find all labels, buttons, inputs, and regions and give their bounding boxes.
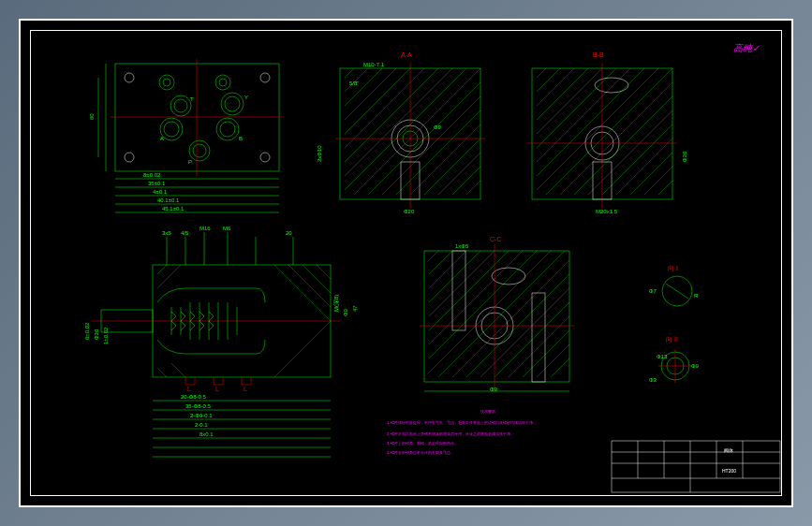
svg-text:60: 60 [89,113,95,120]
svg-line-160 [537,344,569,377]
svg-text:35-Ф8-0.5: 35-Ф8-0.5 [185,403,212,409]
svg-text:Ф9: Ф9 [691,363,700,369]
section-bb-label: B-B [593,51,604,58]
svg-line-105 [288,265,331,307]
section-aa: A-A M10-7.1 5/8" Ф9 Ф20 2xФ10 [317,51,485,214]
svg-text:1±0.02: 1±0.02 [103,327,109,344]
svg-text:3x5: 3x5 [162,230,171,236]
svg-line-35 [345,68,354,78]
svg-line-77 [588,110,672,195]
svg-point-11 [216,118,239,140]
plan-view: T Y A B P 60 8±0.02 35±0.1 4±0.1 40.1±0.… [89,59,284,212]
svg-line-149 [429,251,509,330]
svg-point-8 [225,96,240,111]
svg-line-153 [438,251,565,377]
svg-text:M6: M6 [223,226,231,231]
svg-point-16 [125,153,134,162]
section-cc: C-C 1xФ5 Ф9 [420,236,574,392]
svg-line-74 [546,68,672,195]
tech-req-1: 1. 铸件须经时效处理，不得有气孔、飞边、毛刺工件表面上的浇铸口及铸砂均须清除干… [387,420,537,425]
svg-point-85 [595,78,628,93]
svg-rect-168 [532,293,545,382]
svg-line-144 [429,251,438,260]
svg-line-108 [157,368,167,377]
svg-text:40.1±0.1: 40.1±0.1 [157,197,180,203]
drawing-frame: T Y A B P 60 8±0.02 35±0.1 4±0.1 40.1±0.… [19,19,793,507]
svg-line-52 [466,181,480,195]
svg-line-107 [317,265,331,279]
svg-line-49 [424,139,480,195]
svg-line-161 [551,358,569,377]
cad-drawing: T Y A B P 60 8±0.02 35±0.1 4±0.1 40.1±0.… [31,31,787,501]
svg-text:2xФ10: 2xФ10 [317,145,322,162]
svg-text:2-0.1: 2-0.1 [195,422,208,428]
svg-text:L: L [187,386,191,392]
svg-line-48 [410,124,480,195]
svg-line-46 [382,96,480,195]
main-section: L L L 3x5 4/5 M16 M6 20 6±0.02 Ф20 1±0.0… [84,226,358,457]
svg-line-151 [429,251,537,358]
svg-line-47 [396,110,480,195]
svg-point-2 [163,79,170,86]
port-a-label: A [160,136,164,141]
svg-point-3 [215,75,230,90]
port-p-label: P [188,159,192,165]
svg-text:2-Ф9-0.1: 2-Ф9-0.1 [190,413,213,418]
svg-text:20-Ф8-0.5: 20-Ф8-0.5 [181,394,207,400]
section-cc-label: C-C [490,236,501,242]
svg-text:4±0.1: 4±0.1 [153,189,168,195]
svg-line-80 [630,153,672,195]
section-aa-label: A-A [401,51,412,58]
port-b-label: B [239,136,243,141]
svg-text:L: L [215,386,219,392]
svg-point-5 [170,95,191,116]
title-block: 阀体 HT200 [612,441,780,492]
tech-req-3: 3. 铸件上的锐角，倒钝，热处理如图所示。 [387,441,458,446]
tech-req-title: 技术要求 [480,409,495,414]
svg-point-12 [220,122,235,137]
svg-text:8x0.1: 8x0.1 [199,431,214,437]
svg-point-7 [221,93,244,115]
svg-line-75 [560,82,672,195]
svg-line-37 [345,68,382,106]
material: HT200 [722,468,736,474]
svg-rect-182 [612,441,780,492]
svg-line-67 [537,68,574,106]
svg-text:8±0.02: 8±0.02 [143,172,161,178]
svg-text:M16: M16 [199,226,211,231]
svg-line-159 [523,330,569,377]
svg-text:M20x1.5: M20x1.5 [596,209,618,214]
svg-text:Ф20: Ф20 [404,209,415,214]
part-name: 阀体 [724,447,733,453]
svg-line-73 [537,68,658,190]
svg-text:4/5: 4/5 [181,230,189,236]
svg-line-50 [438,153,480,195]
port-t-label: T [190,96,194,102]
svg-line-154 [452,260,569,377]
svg-text:Ф20: Ф20 [682,151,687,162]
svg-text:1xФ5: 1xФ5 [455,243,469,249]
svg-text:L: L [244,386,247,392]
svg-line-71 [537,68,630,162]
svg-line-51 [452,167,480,195]
svg-line-109 [171,363,185,377]
svg-line-145 [429,251,452,274]
svg-line-39 [345,68,410,134]
tech-req-4: 4. 铸件去除锐角边不允许的毛刺及飞边。 [387,450,454,455]
svg-text:47: 47 [352,305,358,312]
svg-point-14 [193,144,206,157]
svg-line-82 [658,181,672,195]
svg-line-42 [345,68,452,176]
svg-text:M(深8): M(深8) [333,295,339,312]
tech-requirements: 技术要求 1. 铸件须经时效处理，不得有气孔、飞边、毛刺工件表面上的浇铸口及铸砂… [387,409,537,455]
svg-line-103 [157,265,181,288]
svg-point-6 [174,99,187,112]
svg-line-66 [537,68,560,92]
svg-point-17 [260,73,270,82]
svg-point-4 [219,79,227,86]
svg-line-106 [303,265,331,293]
svg-line-70 [537,68,616,148]
svg-text:M10-7.1: M10-7.1 [363,62,385,67]
svg-text:20: 20 [286,230,292,236]
svg-text:6±0.02: 6±0.02 [84,322,90,340]
